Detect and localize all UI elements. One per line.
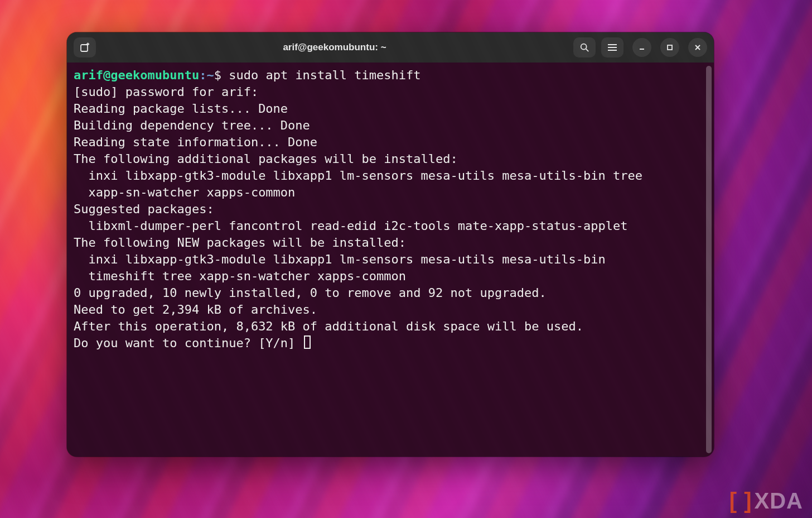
watermark: [ ] XDA xyxy=(729,488,803,514)
svg-rect-9 xyxy=(668,45,672,50)
svg-line-11 xyxy=(695,45,700,50)
svg-line-10 xyxy=(695,45,700,50)
svg-rect-0 xyxy=(81,45,88,51)
maximize-button[interactable] xyxy=(660,38,679,57)
desktop-background: arif@geekomubuntu: ~ xyxy=(0,0,812,518)
prompt-path: ~ xyxy=(206,68,214,82)
watermark-brackets-icon: [ ] xyxy=(729,488,752,514)
terminal-scrollbar[interactable] xyxy=(706,66,712,453)
terminal-window: arif@geekomubuntu: ~ xyxy=(67,32,714,457)
svg-point-3 xyxy=(581,44,587,50)
minimize-button[interactable] xyxy=(632,38,651,57)
prompt-command: sudo apt install timeshift xyxy=(229,68,420,82)
prompt-symbol: $ xyxy=(214,68,221,82)
terminal-output: [sudo] password for arif: Reading packag… xyxy=(74,85,642,350)
new-tab-button[interactable] xyxy=(74,37,96,57)
close-button[interactable] xyxy=(688,38,707,57)
menu-button[interactable] xyxy=(601,37,624,57)
titlebar[interactable]: arif@geekomubuntu: ~ xyxy=(67,32,714,63)
prompt-separator: : xyxy=(199,68,206,82)
svg-line-4 xyxy=(586,49,589,52)
window-title: arif@geekomubuntu: ~ xyxy=(100,42,569,53)
prompt-userhost: arif@geekomubuntu xyxy=(74,68,199,82)
terminal-body[interactable]: arif@geekomubuntu:~$ sudo apt install ti… xyxy=(67,63,714,457)
search-button[interactable] xyxy=(573,37,596,57)
watermark-text: XDA xyxy=(755,488,803,514)
terminal-cursor xyxy=(304,335,311,349)
